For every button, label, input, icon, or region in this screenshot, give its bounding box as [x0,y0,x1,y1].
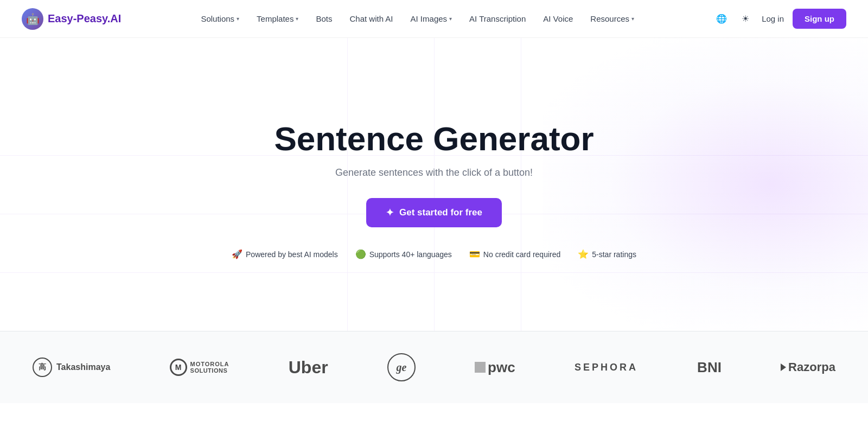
pwc-icon [475,362,486,373]
nav-center: Solutions ▾ Templates ▾ Bots Chat with A… [201,14,634,23]
features-row: 🚀 Powered by best AI models 🟢 Supports 4… [232,249,636,259]
feature-languages-text: Supports 40+ languages [369,250,452,259]
chevron-down-icon: ▾ [237,16,239,22]
logo-icon: 🤖 [22,8,43,30]
logos-row: 高 Takashimaya M MOTOROLA SOLUTIONS Uber … [33,353,835,381]
logo-pwc: pwc [475,359,515,376]
chevron-down-icon: ▾ [449,16,452,22]
nav-resources[interactable]: Resources ▾ [590,14,634,23]
hero-title: Sentence Generator [274,120,593,157]
rocket-icon: 🚀 [232,249,242,259]
motorola-circle-icon: M [170,359,187,376]
globe-icon[interactable]: 🌐 [714,11,729,27]
credit-card-icon: 💳 [469,249,480,259]
nav-right: 🌐 ☀ Log in Sign up [714,9,846,29]
nav-ai-voice[interactable]: AI Voice [543,14,573,23]
feature-ai-models-text: Powered by best AI models [246,250,338,259]
feature-languages: 🟢 Supports 40+ languages [355,249,452,259]
login-button[interactable]: Log in [762,14,784,23]
ge-circle-icon: ge [387,353,416,381]
razorpay-arrow-icon [781,363,786,371]
hero-section: Sentence Generator Generate sentences wi… [0,38,868,331]
cta-label: Get started for free [399,207,482,218]
logo[interactable]: 🤖 Easy-Peasy.AI [22,8,121,30]
logo-text: Easy-Peasy.AI [48,12,121,25]
chevron-down-icon: ▾ [296,16,298,22]
logo-bni: BNI [697,359,722,376]
feature-ratings-text: 5-star ratings [592,250,636,259]
theme-toggle-icon[interactable]: ☀ [738,11,753,27]
logos-section: 高 Takashimaya M MOTOROLA SOLUTIONS Uber … [0,331,868,403]
nav-solutions[interactable]: Solutions ▾ [201,14,239,23]
logo-razorpay: Razorpa [781,360,835,374]
signup-button[interactable]: Sign up [793,9,846,29]
nav-templates[interactable]: Templates ▾ [257,14,298,23]
feature-no-credit-card-text: No credit card required [483,250,560,259]
nav-ai-images[interactable]: AI Images ▾ [411,14,452,23]
nav-chat-ai[interactable]: Chat with AI [349,14,393,23]
sparkle-icon: ✦ [386,207,394,219]
logo-sephora: SEPHORA [575,362,638,373]
logo-ge: ge [387,353,416,381]
hero-background [542,38,868,331]
feature-no-credit-card: 💳 No credit card required [469,249,560,259]
grid-decoration [0,38,868,331]
logo-uber: Uber [289,358,328,378]
nav-ai-transcription[interactable]: AI Transcription [469,14,526,23]
hero-subtitle: Generate sentences with the click of a b… [335,167,533,178]
green-circle-icon: 🟢 [355,249,366,259]
navbar: 🤖 Easy-Peasy.AI Solutions ▾ Templates ▾ … [0,0,868,38]
chevron-down-icon: ▾ [631,16,634,22]
takashimaya-kanji-icon: 高 [33,358,52,377]
cta-button[interactable]: ✦ Get started for free [366,198,502,227]
feature-ai-models: 🚀 Powered by best AI models [232,249,338,259]
nav-bots[interactable]: Bots [316,14,332,23]
logo-motorola: M MOTOROLA SOLUTIONS [170,359,229,376]
logo-takashimaya: 高 Takashimaya [33,358,110,377]
star-icon: ⭐ [578,249,589,259]
feature-ratings: ⭐ 5-star ratings [578,249,636,259]
